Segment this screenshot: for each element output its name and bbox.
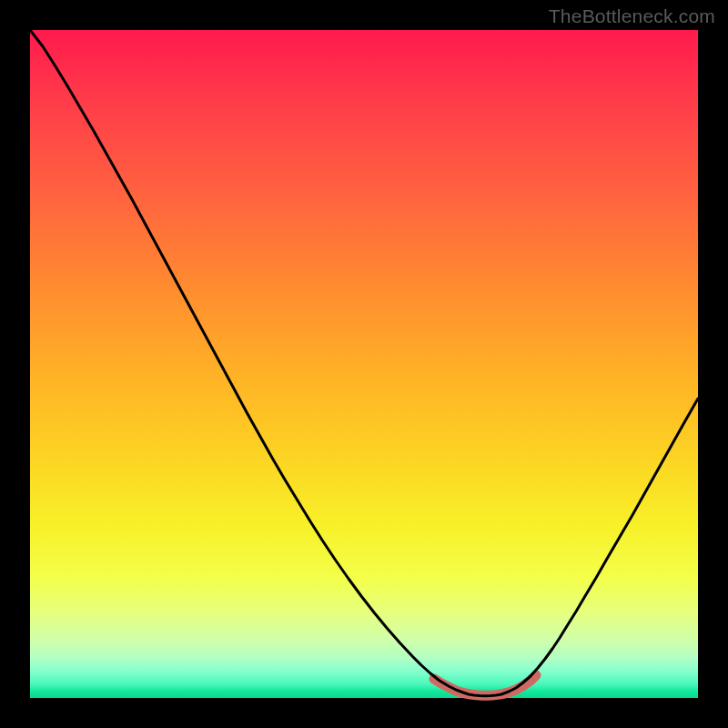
watermark-text: TheBottleneck.com [549,5,715,27]
chart-frame: TheBottleneck.com [0,0,728,728]
chart-svg [30,30,698,698]
bottleneck-curve [30,30,698,696]
